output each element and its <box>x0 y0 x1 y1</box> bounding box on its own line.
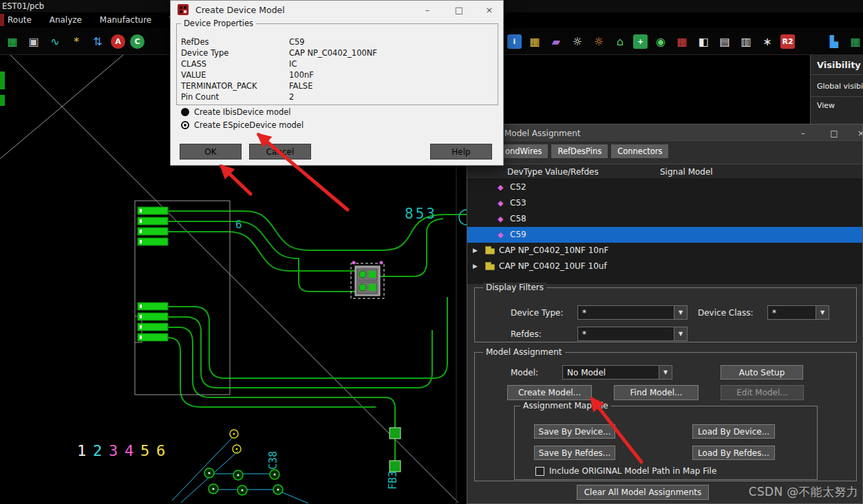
fanout-icon[interactable]: * <box>68 33 85 50</box>
add-note-icon[interactable]: + <box>633 34 648 49</box>
allegro-a-icon[interactable]: A <box>111 34 125 49</box>
radio-button-icon[interactable] <box>181 121 189 129</box>
radio-button-icon[interactable] <box>181 108 189 116</box>
svg-text:5: 5 <box>140 442 149 459</box>
menu-manufacture[interactable]: Manufacture <box>92 12 159 28</box>
display-filters-title: Display Filters <box>483 283 546 292</box>
radio-create-ibis[interactable]: Create IbisDevice model <box>181 107 291 117</box>
edit-model-button: Edit Model... <box>721 385 804 400</box>
bar-chart-icon[interactable]: ▙ <box>826 33 842 50</box>
window-title: EST01/pcb <box>2 1 44 11</box>
settings-file-icon[interactable]: ∗ <box>759 33 776 50</box>
help-button[interactable]: Help <box>430 144 492 160</box>
visibility-panel: Visibility Global visibi View <box>810 55 863 124</box>
copy-files-icon[interactable]: ▤ <box>716 33 733 50</box>
grid-red-icon[interactable]: ▦ <box>674 33 690 50</box>
menu-route[interactable]: Route <box>0 12 39 28</box>
tree-row-folder-10nf[interactable]: ▶ CAP NP_C0402_10NF 10nF <box>467 243 862 259</box>
brightness-icon[interactable]: ☼ <box>569 33 586 50</box>
tree-row-c58[interactable]: ◆ C58 <box>467 211 862 227</box>
load-by-refdes-button[interactable]: Load By Refdes... <box>692 446 775 460</box>
device-type-dropdown[interactable]: * ▼ <box>577 305 688 320</box>
ok-button[interactable]: OK <box>180 144 242 160</box>
assignment-map-file-group: Assignment Map File Save By Device... Lo… <box>514 406 818 480</box>
tree-row-c53[interactable]: ◆ C53 <box>467 195 862 211</box>
doc-info-icon[interactable]: i <box>507 34 522 49</box>
tree-row-c52[interactable]: ◆ C52 <box>467 179 862 195</box>
create-model-button[interactable]: Create Model... <box>507 385 592 400</box>
dialog-titlebar[interactable]: Create Device Model – □ × <box>171 1 503 19</box>
load-by-device-button[interactable]: Load By Device... <box>692 424 775 439</box>
close-icon[interactable]: × <box>851 124 863 142</box>
cadence-c-icon[interactable]: C <box>130 34 145 49</box>
selected-component[interactable] <box>351 261 384 299</box>
menu-analyze[interactable]: Analyze <box>42 12 89 28</box>
r2-icon[interactable]: R2 <box>780 34 795 49</box>
chip-icon[interactable]: ▣ <box>25 33 42 50</box>
chevron-down-icon[interactable]: ▼ <box>674 306 687 319</box>
tree-row-folder-10uf[interactable]: ▶ CAP NP_C0402_10UF 10uf <box>467 259 862 274</box>
expander-arrow-icon[interactable]: ▶ <box>473 259 478 274</box>
property-value: IC <box>289 59 297 69</box>
cancel-button[interactable]: Cancel <box>249 144 311 160</box>
expander-arrow-icon[interactable]: ▶ <box>473 243 478 259</box>
layers-board-icon[interactable]: ▦ <box>4 33 21 50</box>
property-value: 2 <box>289 92 294 102</box>
search-icon[interactable]: ◉ <box>652 33 669 50</box>
svg-text:1: 1 <box>77 442 86 459</box>
save-by-device-button[interactable]: Save By Device... <box>534 424 615 439</box>
minimize-icon[interactable]: – <box>417 1 438 19</box>
chevron-down-icon[interactable]: ▼ <box>816 306 829 319</box>
chevron-down-icon[interactable]: ▼ <box>674 327 687 340</box>
model-assignment-titlebar[interactable]: Model Assignment – □ × <box>467 124 862 142</box>
property-label: RefDes <box>181 37 209 47</box>
folder-icon <box>485 264 495 270</box>
clear-all-assignments-button[interactable]: Clear All Model Assignments <box>577 485 709 500</box>
auto-setup-button[interactable]: Auto Setup <box>721 365 803 380</box>
model-assignment-tabs: ondWires RefDesPins Connectors <box>499 144 668 158</box>
global-visibility-item[interactable]: Global visibi <box>811 75 863 94</box>
save-by-refdes-button[interactable]: Save By Refdes... <box>534 446 615 460</box>
property-label: Device Type <box>181 48 228 58</box>
minimize-icon[interactable]: – <box>793 124 813 142</box>
refdes-value: * <box>578 329 674 339</box>
menu-accent-mark <box>0 14 4 26</box>
svg-text:2: 2 <box>93 442 102 459</box>
svg-text:6: 6 <box>156 442 165 459</box>
close-icon[interactable]: × <box>479 1 500 19</box>
allegro-app-icon <box>178 4 189 15</box>
maximize-icon[interactable]: □ <box>824 124 844 142</box>
route-path-icon[interactable]: ∿ <box>47 33 63 50</box>
tree-row-c59-selected[interactable]: ◆ C59 <box>467 227 862 243</box>
tab-bondwires[interactable]: ondWires <box>499 144 548 158</box>
home-icon[interactable]: ⌂ <box>612 33 628 50</box>
spreadsheet-icon[interactable]: ▦ <box>526 33 543 50</box>
board-small-icon[interactable]: ▦ <box>847 33 863 50</box>
folder-icon <box>485 248 495 254</box>
property-row: Pin Count 2 <box>177 92 498 103</box>
property-label: Pin Count <box>181 92 219 102</box>
svg-text:4: 4 <box>125 442 134 459</box>
tab-refdespins[interactable]: RefDesPins <box>551 144 608 158</box>
chevron-down-icon[interactable]: ▼ <box>659 366 672 379</box>
label-6: 6 <box>235 218 242 231</box>
tree-row-label: C58 <box>510 211 526 227</box>
contrast-icon[interactable]: ◧ <box>695 33 712 50</box>
swap-layers-icon[interactable]: ⇅ <box>89 33 106 50</box>
brush-icon[interactable]: ▰ <box>548 33 564 50</box>
include-original-checkbox[interactable] <box>535 467 544 476</box>
model-dropdown[interactable]: No Model ▼ <box>562 365 672 380</box>
find-model-button[interactable]: Find Model... <box>614 385 699 400</box>
radio-create-espice[interactable]: Create ESpiceDevice model <box>181 120 303 130</box>
maximize-icon[interactable]: □ <box>449 1 469 19</box>
tab-connectors[interactable]: Connectors <box>611 144 668 158</box>
refdes-dropdown[interactable]: * ▼ <box>577 327 688 341</box>
component-diamond-icon: ◆ <box>498 195 503 211</box>
device-tree: ◆ C52 ◆ C53 ◆ C58 ◆ C59 ▶ CAP NP_C0402_1… <box>467 179 862 284</box>
shine-icon[interactable]: ☼ <box>590 33 607 50</box>
model-assignment-title: Model Assignment <box>504 129 581 138</box>
device-properties-title: Device Properties <box>181 19 256 28</box>
view-item[interactable]: View <box>811 96 863 114</box>
device-class-dropdown[interactable]: * ▼ <box>767 305 829 320</box>
file-x-icon[interactable]: ▥ <box>738 33 754 50</box>
